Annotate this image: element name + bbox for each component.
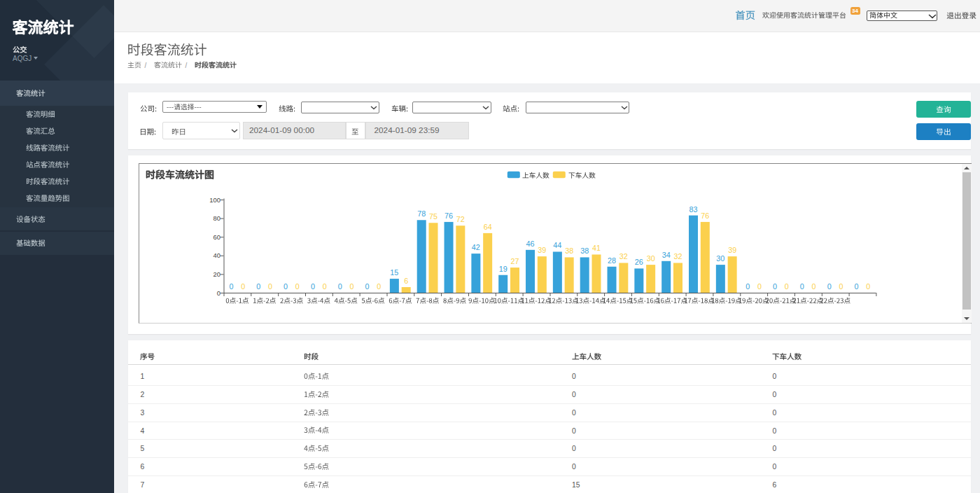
svg-text:27: 27	[510, 257, 519, 265]
svg-text:30: 30	[716, 254, 724, 263]
svg-text:0: 0	[866, 282, 870, 290]
svg-text:46: 46	[526, 239, 534, 247]
svg-text:0: 0	[757, 282, 761, 290]
svg-text:0: 0	[256, 282, 260, 290]
svg-text:75: 75	[429, 212, 438, 221]
svg-text:6: 6	[404, 277, 408, 285]
svg-text:26: 26	[634, 258, 643, 266]
svg-text:38: 38	[580, 246, 589, 255]
svg-text:78: 78	[417, 209, 426, 218]
svg-text:40: 40	[213, 251, 220, 259]
svg-text:39: 39	[538, 246, 546, 254]
svg-text:0: 0	[746, 282, 750, 290]
svg-text:32: 32	[673, 252, 682, 261]
svg-text:0: 0	[310, 282, 314, 290]
svg-text:60: 60	[213, 232, 220, 240]
svg-text:0: 0	[839, 282, 843, 290]
svg-text:19: 19	[498, 264, 507, 272]
svg-text:0: 0	[337, 282, 342, 290]
svg-text:0: 0	[322, 282, 326, 290]
svg-text:0: 0	[377, 282, 381, 290]
svg-text:80: 80	[213, 214, 220, 222]
svg-text:32: 32	[619, 252, 627, 261]
svg-text:0: 0	[772, 282, 776, 290]
svg-text:0: 0	[268, 282, 272, 290]
svg-text:0: 0	[799, 282, 804, 290]
svg-text:72: 72	[456, 215, 464, 223]
svg-text:20: 20	[213, 270, 220, 277]
svg-text:0: 0	[365, 282, 369, 290]
svg-text:42: 42	[471, 243, 479, 251]
svg-text:39: 39	[728, 246, 736, 254]
svg-text:0: 0	[216, 289, 220, 296]
svg-text:0: 0	[854, 282, 858, 290]
svg-text:41: 41	[592, 244, 600, 252]
svg-text:0: 0	[811, 282, 816, 290]
svg-text:15: 15	[390, 268, 398, 277]
svg-text:0: 0	[295, 282, 299, 290]
svg-text:76: 76	[444, 211, 453, 219]
svg-text:64: 64	[483, 222, 491, 230]
svg-text:0: 0	[827, 282, 831, 290]
svg-text:0: 0	[784, 282, 788, 290]
svg-text:0: 0	[229, 282, 233, 290]
svg-text:0: 0	[349, 282, 354, 290]
svg-text:44: 44	[553, 241, 561, 249]
svg-text:0: 0	[284, 282, 288, 290]
svg-text:28: 28	[608, 256, 616, 264]
svg-text:30: 30	[646, 254, 654, 263]
svg-text:0: 0	[241, 282, 245, 290]
svg-text:83: 83	[689, 204, 697, 213]
svg-text:76: 76	[701, 211, 709, 219]
svg-text:34: 34	[662, 250, 670, 258]
svg-text:38: 38	[565, 246, 573, 255]
svg-text:100: 100	[209, 195, 220, 203]
